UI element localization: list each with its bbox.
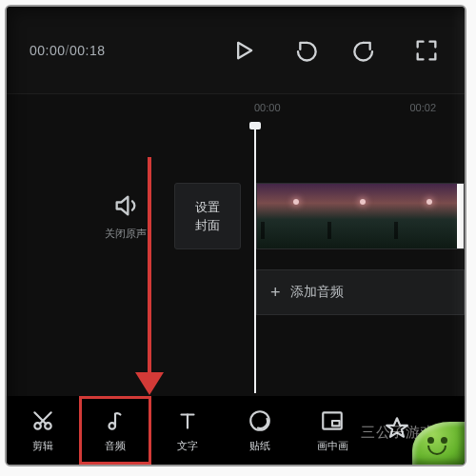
ruler-tick-end: 00:02 xyxy=(409,102,436,123)
time-total: 00:18 xyxy=(69,43,106,58)
tool-label: 文字 xyxy=(177,439,198,453)
svg-point-9 xyxy=(250,411,269,430)
tool-label: 音频 xyxy=(105,439,126,453)
timeline-ruler[interactable]: 00:00 00:02 xyxy=(254,102,465,123)
star-icon xyxy=(385,415,409,440)
speaker-icon xyxy=(112,192,139,219)
time-current: 00:00 xyxy=(30,43,66,58)
undo-button[interactable] xyxy=(289,35,320,66)
tool-sticker[interactable]: 贴纸 xyxy=(224,396,296,465)
svg-rect-11 xyxy=(332,421,340,426)
bottom-toolbar: 剪辑 音频 文字 贴纸 画中画 xyxy=(7,396,465,465)
text-icon xyxy=(175,408,200,433)
cover-line2: 封面 xyxy=(195,216,220,235)
mute-original-sound[interactable]: 关闭原声 xyxy=(97,192,154,241)
tool-label: 剪辑 xyxy=(32,439,53,453)
tool-pip[interactable]: 画中画 xyxy=(296,396,368,465)
sticker-icon xyxy=(248,408,272,433)
add-clip-button[interactable]: + xyxy=(457,184,465,248)
play-button[interactable] xyxy=(228,35,259,66)
cover-line1: 设置 xyxy=(195,198,220,217)
ruler-tick-start: 00:00 xyxy=(254,102,281,123)
clip-thumbnail[interactable] xyxy=(390,184,457,248)
svg-marker-1 xyxy=(117,197,129,215)
clip-thumbnail[interactable] xyxy=(257,184,324,248)
svg-marker-0 xyxy=(238,42,251,57)
tool-audio[interactable]: 音频 xyxy=(79,396,151,465)
redo-button[interactable] xyxy=(350,35,381,66)
plus-icon: + xyxy=(270,283,281,303)
tool-label: 贴纸 xyxy=(249,439,270,453)
add-audio-label: 添加音频 xyxy=(290,284,344,301)
picture-in-picture-icon xyxy=(320,408,345,433)
tool-cut[interactable]: 剪辑 xyxy=(7,396,79,465)
add-audio-button[interactable]: + 添加音频 xyxy=(256,269,465,315)
tool-label: 画中画 xyxy=(317,439,348,453)
set-cover-button[interactable]: 设置 封面 xyxy=(174,183,241,249)
scissors-icon xyxy=(30,408,55,433)
video-editor-screen: 00:00/00:18 00:00 00:02 xyxy=(5,5,466,466)
svg-marker-12 xyxy=(387,418,407,437)
clip-thumbnail[interactable] xyxy=(324,184,390,248)
topbar: 00:00/00:18 xyxy=(7,7,465,94)
tool-text[interactable]: 文字 xyxy=(151,396,224,465)
video-clip-strip[interactable]: + xyxy=(256,183,465,249)
music-note-icon xyxy=(103,408,128,433)
mute-label: 关闭原声 xyxy=(97,227,154,241)
timecode: 00:00/00:18 xyxy=(30,43,105,58)
playhead[interactable] xyxy=(254,126,256,393)
fullscreen-button[interactable] xyxy=(411,35,442,66)
